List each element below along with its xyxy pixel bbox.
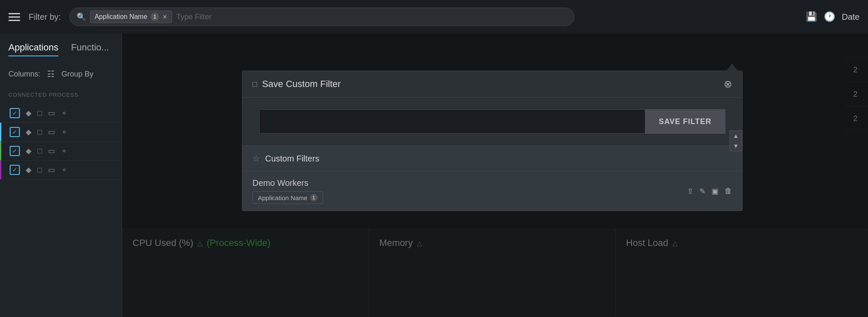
filter-chip[interactable]: Application Name 1 ✕: [90, 11, 172, 23]
app-icon: □: [37, 147, 42, 156]
filter-tag-label: Application Name: [258, 194, 308, 201]
delete-filter-btn[interactable]: 🗑: [725, 187, 732, 195]
star-icon: ☆: [252, 153, 260, 164]
filter-tag-badge: 1: [310, 194, 318, 201]
modal-title-text: Save Custom Filter: [262, 79, 341, 90]
grid-row-icon: ▭: [48, 165, 55, 174]
type-filter-input[interactable]: Type Filter: [176, 13, 567, 21]
connect-icon: ⚬: [61, 165, 67, 174]
grid-row-icon: ▭: [48, 127, 55, 137]
row-checkbox[interactable]: ✓: [10, 165, 20, 175]
save-filter-button[interactable]: SAVE FILTER: [645, 109, 725, 134]
filter-item-name: Demo Workers: [252, 178, 323, 188]
tab-functions[interactable]: Functio...: [71, 42, 109, 56]
cpu-icon: ◆: [26, 108, 32, 118]
search-icon: 🔍: [77, 12, 86, 21]
filter-item: Demo Workers Application Name 1 ⇧ ✎ ▣ 🗑: [242, 172, 742, 211]
app-icon: □: [37, 128, 42, 137]
modal-header: □ Save Custom Filter ⊗: [242, 71, 742, 98]
header-bar: Filter by: 🔍 Application Name 1 ✕ Type F…: [0, 0, 868, 34]
main-area: Applications Functio... Columns: ☷ Group…: [0, 34, 868, 317]
filter-chip-label: Application Name: [95, 13, 147, 21]
filter-item-left: Demo Workers Application Name 1: [252, 178, 323, 204]
connect-icon: ⚬: [61, 146, 67, 156]
table-row[interactable]: ✓ ◆ □ ▭ ⚬: [0, 104, 122, 123]
save-icon-btn[interactable]: 💾: [806, 11, 817, 22]
filter-by-label: Filter by:: [29, 12, 61, 22]
filter-name-input[interactable]: [259, 109, 645, 134]
cpu-icon: ◆: [26, 165, 32, 174]
scroll-down-btn[interactable]: ▼: [731, 141, 741, 151]
table-rows: ✓ ◆ □ ▭ ⚬ ✓ ◆ □ ▭ ⚬ ✓ ◆ □ ▭ ⚬: [0, 104, 122, 180]
table-row[interactable]: ✓ ◆ □ ▭ ⚬: [0, 123, 122, 142]
app-icon: □: [37, 166, 42, 174]
edit-filter-btn[interactable]: ✎: [699, 187, 706, 196]
cpu-icon: ◆: [26, 146, 32, 156]
tab-applications[interactable]: Applications: [8, 42, 58, 56]
columns-row: Columns: ☷ Group By: [0, 69, 122, 79]
row-checkbox[interactable]: ✓: [10, 127, 20, 137]
filter-item-actions: ⇧ ✎ ▣ 🗑: [687, 187, 732, 196]
filter-chip-badge: 1: [151, 13, 159, 21]
date-label: Date: [842, 12, 860, 22]
app-icon: □: [37, 109, 42, 118]
table-row[interactable]: ✓ ◆ □ ▭ ⚬: [0, 161, 122, 180]
table-header: CONNECTED PROCESS: [0, 87, 122, 102]
grid-row-icon: ▭: [48, 108, 55, 118]
hamburger-menu[interactable]: [8, 13, 20, 21]
row-checkbox[interactable]: ✓: [10, 146, 20, 156]
table-row[interactable]: ✓ ◆ □ ▭ ⚬: [0, 142, 122, 161]
history-icon-btn[interactable]: 🕐: [824, 11, 835, 22]
modal-title-icon: □: [252, 80, 257, 89]
connected-process-label: CONNECTED PROCESS: [8, 92, 79, 98]
sidebar: Applications Functio... Columns: ☷ Group…: [0, 34, 122, 317]
scroll-up-btn[interactable]: ▲: [731, 131, 741, 141]
custom-filters-title: Custom Filters: [265, 154, 319, 164]
cpu-icon: ◆: [26, 127, 32, 137]
connect-icon: ⚬: [61, 108, 67, 118]
modal-close-button[interactable]: ⊗: [724, 79, 732, 89]
save-filter-row: SAVE FILTER: [242, 98, 742, 146]
group-by-label: Group By: [61, 70, 93, 79]
grid-row-icon: ▭: [48, 146, 55, 156]
header-right-icons: 💾 🕐 Date: [806, 11, 860, 22]
search-bar: 🔍 Application Name 1 ✕ Type Filter: [69, 8, 574, 26]
row-checkbox[interactable]: ✓: [10, 108, 20, 118]
nav-tabs: Applications Functio...: [0, 42, 122, 56]
filter-tag: Application Name 1: [252, 191, 323, 204]
content-area: 2 2 2 CPU Used (%) △ (Process-Wide) Memo…: [122, 34, 868, 317]
filter-chip-close[interactable]: ✕: [162, 13, 167, 20]
columns-label: Columns:: [8, 70, 40, 79]
custom-filters-header: ☆ Custom Filters: [242, 146, 742, 172]
copy-filter-btn[interactable]: ▣: [711, 187, 719, 196]
grid-icon[interactable]: ☷: [47, 69, 55, 79]
scroll-widget: ▲ ▼: [730, 130, 742, 151]
modal-title-row: □ Save Custom Filter: [252, 79, 341, 90]
connect-icon: ⚬: [61, 127, 67, 137]
custom-filters-section: ☆ Custom Filters Demo Workers Applicatio…: [242, 146, 742, 211]
upload-filter-btn[interactable]: ⇧: [687, 187, 693, 196]
save-custom-filter-modal: □ Save Custom Filter ⊗ SAVE FILTER ☆ Cus…: [242, 71, 743, 211]
